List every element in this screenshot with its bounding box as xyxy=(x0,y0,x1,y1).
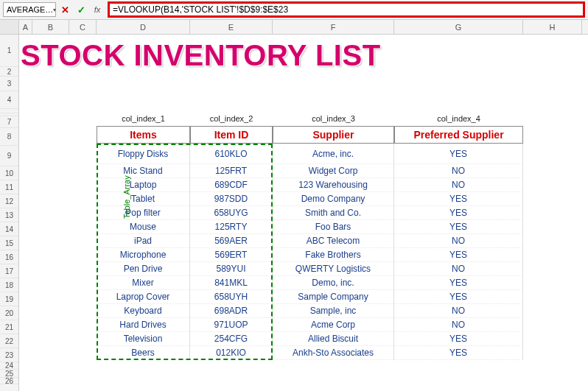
cell-item[interactable]: Television xyxy=(97,332,190,346)
cell-item-id[interactable]: 589YUI xyxy=(190,262,273,276)
cell-supplier[interactable]: Sample Company xyxy=(273,290,394,304)
cancel-icon[interactable]: ✕ xyxy=(57,2,72,17)
col-header-H[interactable]: H xyxy=(523,20,582,34)
cell-preferred[interactable]: NO xyxy=(394,318,523,332)
cell-preferred[interactable]: NO xyxy=(394,304,523,318)
cell-item[interactable]: Microphone xyxy=(97,248,190,262)
col-header-D[interactable]: D xyxy=(97,20,190,34)
row-header[interactable]: 4 xyxy=(0,91,18,109)
cell-supplier[interactable]: Demo, inc. xyxy=(273,276,394,290)
cell-supplier[interactable]: Fake Brothers xyxy=(273,248,394,262)
name-box[interactable]: AVERAGE… ▾ xyxy=(3,2,56,17)
row-header[interactable]: 11 xyxy=(0,180,18,194)
cell-item[interactable]: iPad xyxy=(97,234,190,248)
cell-supplier[interactable]: Allied Biscuit xyxy=(273,332,394,346)
cell-item-id[interactable]: 698ADR xyxy=(190,304,273,318)
cell-preferred[interactable]: YES xyxy=(394,220,523,234)
cell-preferred[interactable]: YES xyxy=(394,144,523,164)
row-header[interactable]: 14 xyxy=(0,222,18,236)
row-header[interactable]: 1 xyxy=(0,35,18,67)
cell-item[interactable]: Tablet xyxy=(97,192,190,206)
cell-item-id[interactable]: 569ERT xyxy=(190,248,273,262)
row-header[interactable]: 3 xyxy=(0,77,18,91)
col-header-F[interactable]: F xyxy=(273,20,394,34)
row-header[interactable]: 18 xyxy=(0,278,18,292)
chevron-down-icon[interactable]: ▾ xyxy=(53,7,56,13)
row-header[interactable]: 22 xyxy=(0,334,18,348)
header-preferred-supplier[interactable]: Preferred Supplier xyxy=(394,126,523,144)
cell-item[interactable]: Keyboard xyxy=(97,304,190,318)
select-all-corner[interactable] xyxy=(0,20,19,34)
cell-item-id[interactable]: 254CFG xyxy=(190,332,273,346)
row-header[interactable]: 7 xyxy=(0,116,18,128)
cell-item-id[interactable]: 841MKL xyxy=(190,276,273,290)
row-header[interactable]: 15 xyxy=(0,236,18,250)
cell-supplier[interactable]: Widget Corp xyxy=(273,164,394,178)
cell-item[interactable]: Floppy Disks xyxy=(97,144,190,164)
col-header-E[interactable]: E xyxy=(190,20,273,34)
col-header-C[interactable]: C xyxy=(69,20,97,34)
cell-preferred[interactable]: YES xyxy=(394,346,523,360)
cell-item[interactable]: Mouse xyxy=(97,220,190,234)
cell-supplier[interactable]: Smith and Co. xyxy=(273,206,394,220)
row-header[interactable]: 12 xyxy=(0,194,18,208)
row-header[interactable]: 16 xyxy=(0,250,18,264)
col-header-B[interactable]: B xyxy=(32,20,69,34)
cell-supplier[interactable]: Demo Company xyxy=(273,192,394,206)
cell-item-id[interactable]: 689CDF xyxy=(190,178,273,192)
cell-preferred[interactable]: YES xyxy=(394,192,523,206)
cell-preferred[interactable]: YES xyxy=(394,290,523,304)
cell-preferred[interactable]: NO xyxy=(394,234,523,248)
cell-item[interactable]: Pen Drive xyxy=(97,262,190,276)
cell-preferred[interactable]: YES xyxy=(394,206,523,220)
cell-supplier[interactable]: Foo Bars xyxy=(273,220,394,234)
cell-item[interactable]: Mixer xyxy=(97,276,190,290)
cell-preferred[interactable]: NO xyxy=(394,178,523,192)
cell-item[interactable]: Beers xyxy=(97,346,190,360)
row-header[interactable]: 20 xyxy=(0,306,18,320)
cell-item-id[interactable]: 971UOP xyxy=(190,318,273,332)
cell-item-id[interactable]: 658UYH xyxy=(190,290,273,304)
row-header[interactable]: 19 xyxy=(0,292,18,306)
row-header[interactable]: 24 xyxy=(0,362,18,370)
row-header[interactable]: 17 xyxy=(0,264,18,278)
cell-supplier[interactable]: Ankh-Sto Associates xyxy=(273,346,394,360)
cell-item[interactable]: Laptop xyxy=(97,178,190,192)
cell-item-id[interactable]: 658UYG xyxy=(190,206,273,220)
cell-supplier[interactable]: Acme, inc. xyxy=(273,144,394,164)
col-header-A[interactable]: A xyxy=(19,20,32,34)
cell-preferred[interactable]: NO xyxy=(394,164,523,178)
cell-supplier[interactable]: Acme Corp xyxy=(273,318,394,332)
cell-item[interactable]: Laprop Cover xyxy=(97,290,190,304)
row-header[interactable]: 23 xyxy=(0,348,18,362)
cell-item[interactable]: Hard Drives xyxy=(97,318,190,332)
cell-item-id[interactable]: 610KLO xyxy=(190,144,273,164)
row-header[interactable]: 2 xyxy=(0,67,18,77)
fx-icon[interactable]: fx xyxy=(90,2,105,17)
header-item-id[interactable]: Item ID xyxy=(190,126,273,144)
cell-item-id[interactable]: 125RTY xyxy=(190,220,273,234)
header-supplier[interactable]: Supplier xyxy=(273,126,394,144)
cell-supplier[interactable]: ABC Telecom xyxy=(273,234,394,248)
cell-item-id[interactable]: 569AER xyxy=(190,234,273,248)
formula-input[interactable]: =VLOOKUP(B14,'STOCK LIST'!$D$9:$E$23 xyxy=(108,1,585,18)
header-items[interactable]: Items xyxy=(97,126,190,144)
row-header[interactable]: 13 xyxy=(0,208,18,222)
row-header[interactable]: 10 xyxy=(0,166,18,180)
cell-supplier[interactable]: 123 Warehousing xyxy=(273,178,394,192)
cell-preferred[interactable]: YES xyxy=(394,332,523,346)
sheet-area[interactable]: STOCK INVENTORY LIST col_index_1 col_ind… xyxy=(19,35,588,391)
row-header[interactable]: 26 xyxy=(0,378,18,384)
cell-supplier[interactable]: QWERTY Logistics xyxy=(273,262,394,276)
cell-item-id[interactable]: 987SDD xyxy=(190,192,273,206)
cell-item[interactable]: Pop filter xyxy=(97,206,190,220)
cell-item-id[interactable]: 125FRT xyxy=(190,164,273,178)
row-header[interactable]: 21 xyxy=(0,320,18,334)
cell-preferred[interactable]: NO xyxy=(394,262,523,276)
cell-preferred[interactable]: YES xyxy=(394,276,523,290)
enter-icon[interactable]: ✓ xyxy=(74,2,88,17)
cell-supplier[interactable]: Sample, inc xyxy=(273,304,394,318)
row-header[interactable]: 9 xyxy=(0,146,18,166)
cell-preferred[interactable]: YES xyxy=(394,248,523,262)
col-header-G[interactable]: G xyxy=(394,20,523,34)
